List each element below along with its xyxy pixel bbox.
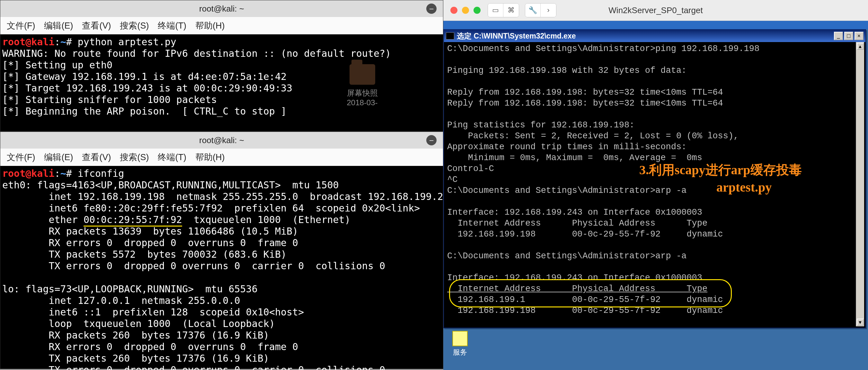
cmd-l12: ^C xyxy=(447,175,458,184)
win2k-top-strip xyxy=(443,21,868,29)
minimize-icon[interactable]: – xyxy=(426,3,437,14)
cmd-l19: C:\Documents and Settings\Administrator>… xyxy=(447,251,686,261)
menu-help[interactable]: 帮助(H) xyxy=(195,152,224,163)
kali2-titlebar[interactable]: root@kali: ~ – xyxy=(0,132,443,148)
services-icon-label: 服务 xyxy=(452,347,468,357)
kali1-titlebar[interactable]: root@kali: ~ – xyxy=(0,0,443,17)
eth0-s1: RX errors 0 dropped 0 overruns 0 frame 0 xyxy=(2,237,298,248)
eth0-s0: RX packets 13639 bytes 11066486 (10.5 Mi… xyxy=(2,226,298,237)
ether-mac-highlight: 00:0c:29:55:7f:92 xyxy=(84,214,182,227)
menu-term[interactable]: 终端(T) xyxy=(158,20,186,31)
lo-l1: inet6 ::1 prefixlen 128 scopeid 0x10<hos… xyxy=(2,306,304,318)
kali1-menubar: 文件(F) 编辑(E) 查看(V) 搜索(S) 终端(T) 帮助(H) xyxy=(0,17,443,34)
ether-suffix: txqueuelen 1000 (Ethernet) xyxy=(182,214,350,225)
menu-term[interactable]: 终端(T) xyxy=(158,152,186,163)
cmd-l11: Control-C xyxy=(447,164,494,174)
traffic-lights xyxy=(443,7,488,14)
kali-terminal-2: root@kali: ~ – 文件(F) 编辑(E) 查看(V) 搜索(S) 终… xyxy=(0,132,443,369)
menu-view[interactable]: 查看(V) xyxy=(82,152,111,163)
chevron-right-icon[interactable]: › xyxy=(541,3,556,17)
cmd-l10: Minimum = 0ms, Maximum = 0ms, Average = … xyxy=(447,153,702,163)
win2k-desktop: 服务 选定 C:\WINNT\System32\cmd.exe _ □ × ▲ … xyxy=(443,21,868,370)
kali1-out-0: WARNING: No route found for IPv6 destina… xyxy=(2,48,391,59)
cmd-titlebar[interactable]: 选定 C:\WINNT\System32\cmd.exe _ □ × xyxy=(444,30,865,42)
wrench-icon[interactable]: 🔧 xyxy=(525,3,541,17)
cmd-body[interactable]: C:\Documents and Settings\Administrator>… xyxy=(445,42,856,326)
kali-terminal-1: root@kali: ~ – 文件(F) 编辑(E) 查看(V) 搜索(S) 终… xyxy=(0,0,443,132)
cmd-l9: Approximate round trip times in milli-se… xyxy=(447,142,686,152)
zoom-icon[interactable] xyxy=(473,7,480,14)
lo-l6: TX errors 0 dropped 0 overruns 0 carrier… xyxy=(2,364,385,370)
eth0-s2: TX packets 5572 bytes 700032 (683.6 KiB) xyxy=(2,249,286,260)
prompt-user: root@kali xyxy=(2,36,55,47)
close-icon[interactable] xyxy=(451,7,458,14)
layout-icon[interactable]: ▭ xyxy=(488,3,503,17)
eth0-l1: inet6 fe80::20c:29ff:fe55:7f92 prefixlen… xyxy=(2,202,420,214)
cmd-icon xyxy=(446,32,454,39)
eth0-s3: TX errors 0 dropped 0 overruns 0 carrier… xyxy=(2,260,385,271)
cmd-arp2-row-0: 192.168.199.1 00-0c-29-55-7f-92 dynamic xyxy=(447,295,723,305)
menu-help[interactable]: 帮助(H) xyxy=(195,20,224,31)
cmd-l17: 192.168.199.198 00-0c-29-55-7f-92 dynami… xyxy=(447,230,723,239)
menu-file[interactable]: 文件(F) xyxy=(7,152,35,163)
cmd-l5: Reply from 192.168.199.198: bytes=32 tim… xyxy=(447,99,723,108)
prompt-user: root@kali xyxy=(2,168,55,179)
kali2-terminal-body[interactable]: root@kali:~# ifconfig eth0: flags=4163<U… xyxy=(0,166,443,370)
cmd-l0: C:\Documents and Settings\Administrator>… xyxy=(447,44,760,54)
cmd-scrollbar[interactable]: ▲ ▼ xyxy=(856,42,864,326)
mac-vm-titlebar[interactable]: ▭ ⌘ 🔧 › Win2kServer_SP0_target xyxy=(443,0,868,21)
kali2-command: ifconfig xyxy=(78,168,124,179)
minimize-button[interactable]: _ xyxy=(834,32,843,40)
cmd-l2: Pinging 192.168.199.198 with 32 bytes of… xyxy=(447,66,686,75)
menu-edit[interactable]: 编辑(E) xyxy=(44,20,73,31)
lo-l0: inet 127.0.0.1 netmask 255.0.0.0 xyxy=(2,295,240,306)
cmd-l15: Interface: 192.168.199.243 on Interface … xyxy=(447,208,702,217)
cmd-l4: Reply from 192.168.199.198: bytes=32 tim… xyxy=(447,88,723,97)
kali2-menubar: 文件(F) 编辑(E) 查看(V) 搜索(S) 终端(T) 帮助(H) xyxy=(0,148,443,166)
cmd-arp2-row-1: 192.168.199.198 00-0c-29-55-7f-92 dynami… xyxy=(447,306,723,315)
ether-prefix: ether xyxy=(2,214,84,225)
kali1-out-1: [*] Setting up eth0 xyxy=(2,59,113,71)
kali1-terminal-body[interactable]: root@kali:~# python arptest.py WARNING: … xyxy=(0,34,443,119)
lo-l4: RX errors 0 dropped 0 overruns 0 frame 0 xyxy=(2,341,298,352)
services-icon xyxy=(452,331,468,346)
toolbar-group-1: ▭ ⌘ xyxy=(488,3,519,17)
scroll-down-icon[interactable]: ▼ xyxy=(857,318,864,326)
vm-title-label: Win2kServer_SP0_target xyxy=(609,5,703,15)
cmd-l16: Internet Address Physical Address Type xyxy=(447,218,707,228)
eth0-head: eth0: flags=4163<UP,BROADCAST,RUNNING,MU… xyxy=(2,179,339,191)
cmd-window: 选定 C:\WINNT\System32\cmd.exe _ □ × ▲ ▼ C… xyxy=(443,29,866,328)
cmd-l21: Interface: 192.168.199.243 on Interface … xyxy=(447,273,702,283)
menu-search[interactable]: 搜索(S) xyxy=(120,152,149,163)
vm-window: ▭ ⌘ 🔧 › Win2kServer_SP0_target 服务 选定 C:\… xyxy=(443,0,868,370)
minimize-icon[interactable] xyxy=(462,7,469,14)
kali2-title: root@kali: ~ xyxy=(199,135,244,145)
prompt-path: ~ xyxy=(60,168,66,179)
win2k-desktop-icon-services[interactable]: 服务 xyxy=(452,331,468,357)
menu-view[interactable]: 查看(V) xyxy=(82,20,111,31)
cmd-l7: Ping statistics for 192.168.199.198: xyxy=(447,120,634,130)
kali1-out-4: [*] Starting sniffer for 1000 packets xyxy=(2,94,217,105)
minimize-icon[interactable]: – xyxy=(426,135,437,145)
maximize-button[interactable]: □ xyxy=(844,32,853,40)
scroll-up-icon[interactable]: ▲ xyxy=(857,43,864,50)
kali1-command: python arptest.py xyxy=(78,36,176,47)
menu-file[interactable]: 文件(F) xyxy=(7,20,35,31)
cmd-arp-header: Internet Address Physical Address Type xyxy=(447,284,707,294)
kali1-out-3: [*] Target 192.168.199.243 is at 00:0c:2… xyxy=(2,82,292,94)
cmd-l13: C:\Documents and Settings\Administrator>… xyxy=(447,186,686,195)
menu-search[interactable]: 搜索(S) xyxy=(120,20,149,31)
cmd-title-text: 选定 C:\WINNT\System32\cmd.exe xyxy=(457,31,833,41)
prompt-path: ~ xyxy=(60,36,66,47)
kali1-out-2: [*] Gateway 192.168.199.1 is at d4:ee:07… xyxy=(2,71,286,82)
lo-l5: TX packets 260 bytes 17376 (16.9 KiB) xyxy=(2,353,269,364)
menu-edit[interactable]: 编辑(E) xyxy=(44,152,73,163)
toolbar-group-2: 🔧 › xyxy=(525,3,556,17)
lo-head: lo: flags=73<UP,LOOPBACK,RUNNING> mtu 65… xyxy=(2,283,258,295)
command-icon[interactable]: ⌘ xyxy=(503,3,519,17)
lo-l3: RX packets 260 bytes 17376 (16.9 KiB) xyxy=(2,330,269,341)
kali1-title: root@kali: ~ xyxy=(199,4,244,14)
lo-l2: loop txqueuelen 1000 (Local Loopback) xyxy=(2,318,275,329)
close-button[interactable]: × xyxy=(855,32,864,40)
cmd-l8: Packets: Sent = 2, Received = 2, Lost = … xyxy=(447,131,739,141)
